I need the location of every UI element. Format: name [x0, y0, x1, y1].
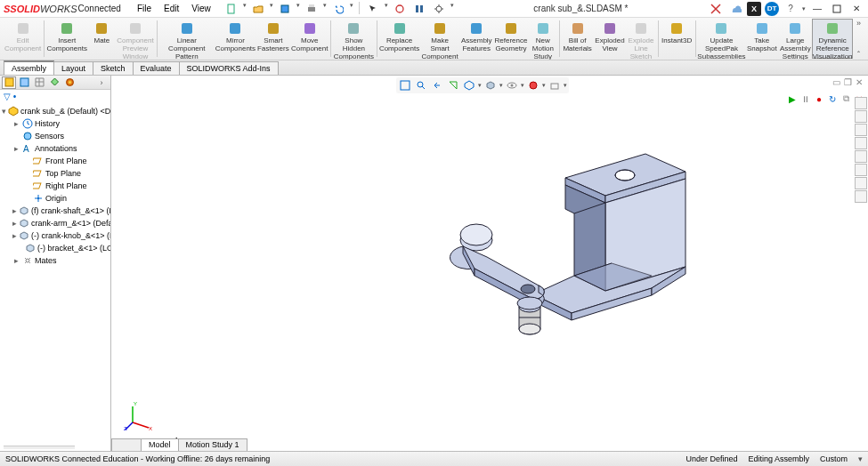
ribbon-bill-of[interactable]: Bill ofMaterials — [562, 19, 594, 59]
appearance-icon[interactable] — [526, 78, 540, 92]
vp-close-icon[interactable]: ✕ — [856, 77, 863, 87]
property-manager-tab-icon[interactable] — [17, 76, 31, 89]
stop-icon[interactable]: ⏸ — [800, 93, 811, 104]
status-dropdown-icon[interactable]: ▾ — [858, 454, 863, 463]
help-icon[interactable]: ? — [783, 1, 799, 17]
ribbon-overflow-icon[interactable]: » — [856, 19, 861, 28]
ribbon-large[interactable]: LargeAssemblySettings — [778, 19, 812, 59]
task-design-lib-icon[interactable] — [855, 110, 867, 123]
user-icon[interactable]: DT — [765, 2, 779, 16]
tree-node[interactable]: Right Plane — [0, 180, 110, 192]
minimize-icon[interactable]: — — [809, 1, 825, 17]
tree-toggle-icon[interactable]: ▸ — [12, 256, 20, 265]
zoom-area-icon[interactable] — [414, 78, 428, 92]
ribbon-update[interactable]: UpdateSpeedPakSubassemblies — [698, 19, 746, 59]
tree-expand-icon[interactable]: › — [94, 76, 109, 89]
feature-tree-tab-icon[interactable] — [2, 76, 16, 89]
close-icon[interactable]: ✕ — [848, 1, 864, 17]
tab-assembly[interactable]: Assembly — [4, 60, 54, 75]
tree-node[interactable]: ▸crank-arm_&<1> (Default) <<Defau — [0, 217, 110, 229]
task-appearances-icon[interactable] — [855, 150, 867, 163]
ribbon-reference[interactable]: ReferenceGeometry — [493, 19, 529, 59]
tab-model[interactable]: Model — [141, 438, 179, 451]
undo-icon[interactable] — [330, 2, 346, 16]
tree-node[interactable]: ▾crank sub_& (Default) <Default_Disp — [0, 105, 110, 117]
ribbon-collapse-icon[interactable]: ˆ — [857, 50, 860, 59]
rec-icon[interactable]: ● — [814, 93, 824, 104]
section-icon[interactable] — [446, 78, 460, 92]
hide-show-icon[interactable] — [505, 78, 519, 92]
orientation-triad[interactable]: Y X Z — [124, 401, 154, 431]
ribbon-move[interactable]: MoveComponent — [290, 19, 329, 59]
graphics-area[interactable]: ▾ ▾ ▾ ▾ ▾ ▭ ❐ ✕ ▶ ⏸ ● ↻ ⧉ ✕ — [111, 76, 868, 451]
x-app-icon[interactable]: X — [747, 2, 761, 16]
vp-min-icon[interactable]: ▭ — [832, 77, 840, 87]
task-forum2-icon[interactable] — [855, 190, 867, 203]
menu-view[interactable]: View — [186, 2, 216, 15]
search-icon[interactable] — [708, 1, 724, 17]
tab-motion-study[interactable]: Motion Study 1 — [178, 438, 247, 451]
menu-file[interactable]: File — [132, 2, 157, 15]
task-custom-props-icon[interactable] — [855, 164, 867, 176]
tree-node[interactable]: Origin — [0, 192, 110, 205]
options-icon[interactable] — [411, 2, 427, 16]
ribbon-insert[interactable]: InsertComponents — [46, 19, 87, 59]
print-icon[interactable] — [304, 2, 320, 16]
tree-node[interactable]: ▸(f) crank-shaft_&<1> (Default) <<D — [0, 205, 110, 217]
tree-toggle-icon[interactable]: ▸ — [12, 119, 20, 128]
ribbon-new[interactable]: NewMotionStudy — [529, 19, 557, 59]
tree-node[interactable]: Front Plane — [0, 155, 110, 167]
maximize-icon[interactable] — [829, 1, 845, 17]
loop-icon[interactable]: ↻ — [827, 93, 838, 104]
ribbon-take[interactable]: TakeSnapshot — [745, 19, 778, 59]
tree-node[interactable]: Top Plane — [0, 167, 110, 180]
ribbon-show[interactable]: ShowHiddenComponents — [333, 19, 374, 59]
tree-toggle-icon[interactable]: ▸ — [12, 219, 17, 228]
ribbon-assembly[interactable]: AssemblyFeatures — [459, 19, 493, 59]
ribbon-smart[interactable]: SmartFasteners — [256, 19, 291, 59]
dim-manager-tab-icon[interactable] — [47, 76, 61, 89]
zoom-fit-icon[interactable] — [398, 78, 412, 92]
scene-icon[interactable] — [548, 78, 562, 92]
open-icon[interactable] — [250, 2, 266, 16]
select-icon[interactable] — [365, 2, 381, 16]
task-resources-icon[interactable] — [855, 97, 867, 109]
display-style-icon[interactable] — [483, 78, 498, 92]
menu-edit[interactable]: Edit — [158, 2, 184, 15]
tree-toggle-icon[interactable]: ▾ — [2, 107, 6, 116]
task-file-explorer-icon[interactable] — [855, 124, 867, 136]
save-icon[interactable] — [277, 2, 293, 16]
vp-max-icon[interactable]: ❐ — [844, 77, 852, 87]
ribbon-mirror[interactable]: MirrorComponents — [215, 19, 256, 59]
display-manager-tab-icon[interactable] — [62, 76, 77, 89]
view-orientation-icon[interactable] — [462, 78, 476, 92]
new-icon[interactable] — [223, 2, 239, 16]
tab-sketch[interactable]: Sketch — [93, 61, 134, 75]
rebuild-icon[interactable] — [392, 2, 408, 16]
tree-scroll[interactable] — [4, 446, 75, 449]
tree-node[interactable]: ▸(-) crank-knob_&<1> (Default) <<D — [0, 229, 110, 242]
mirror-tab-icon[interactable] — [111, 438, 142, 451]
ribbon-linear-component[interactable]: Linear ComponentPattern — [158, 19, 215, 59]
tab-layout[interactable]: Layout — [53, 61, 93, 75]
cloud-icon[interactable] — [727, 1, 743, 17]
tree-toggle-icon[interactable]: ▸ — [12, 206, 17, 215]
ribbon-dynamic[interactable]: DynamicReferenceVisualization(Parent) — [812, 19, 853, 59]
tree-toggle-icon[interactable]: ▸ — [12, 144, 20, 153]
tab-solidworks-add-ins[interactable]: SOLIDWORKS Add-Ins — [179, 61, 279, 75]
ribbon-make-smart[interactable]: Make SmartComponent — [420, 19, 460, 59]
task-forum-icon[interactable] — [855, 177, 867, 189]
play-icon[interactable]: ▶ — [787, 93, 798, 104]
settings-icon[interactable] — [431, 2, 447, 16]
tree-node[interactable]: Sensors — [0, 130, 110, 142]
speed-icon[interactable]: ⧉ — [840, 93, 851, 104]
config-manager-tab-icon[interactable] — [32, 76, 46, 89]
tree-node[interactable]: ▸Mates — [0, 254, 110, 267]
status-units[interactable]: Custom — [820, 454, 848, 463]
task-view-palette-icon[interactable] — [855, 137, 867, 149]
tab-evaluate[interactable]: Evaluate — [133, 61, 180, 75]
tree-node[interactable]: ▸History — [0, 117, 110, 130]
tree-toggle-icon[interactable]: ▸ — [12, 231, 17, 240]
filter-icon[interactable]: ▽ • — [0, 90, 110, 103]
tree-node[interactable]: ▸AAnnotations — [0, 142, 110, 155]
